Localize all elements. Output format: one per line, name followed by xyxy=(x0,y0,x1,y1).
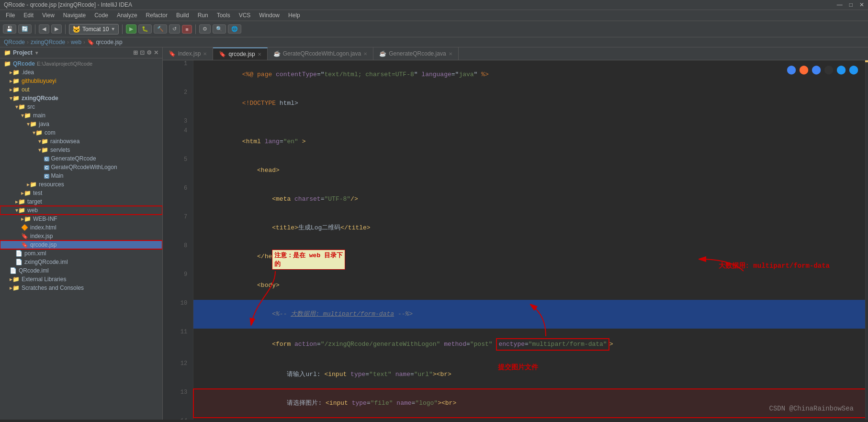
gear-icon[interactable]: ⚙ xyxy=(147,49,152,56)
line-content-2[interactable]: <!DOCTYPE html> xyxy=(193,89,868,118)
scroll-to-icon[interactable]: ⊡ xyxy=(140,49,145,56)
close-btn[interactable]: ✕ xyxy=(859,1,864,8)
tab-generate-close[interactable]: ✕ xyxy=(449,51,452,57)
stop-button[interactable]: ■ xyxy=(182,25,192,34)
menu-run[interactable]: Run xyxy=(194,11,212,20)
edge-icon[interactable]: ⬤ xyxy=(812,64,821,75)
tree-com[interactable]: ▾📁 com xyxy=(0,128,162,137)
tab-qrcode-jsp-close[interactable]: ✕ xyxy=(258,52,261,57)
tree-idea[interactable]: ▸📁 .idea xyxy=(0,68,162,77)
sync-button[interactable]: 🔄 xyxy=(18,24,32,34)
tree-java[interactable]: ▾📁 java xyxy=(0,120,162,128)
browser-icon-6[interactable]: ⬤ xyxy=(849,64,858,75)
line-content-3[interactable] xyxy=(193,118,868,127)
tree-main-class[interactable]: C Main xyxy=(0,171,162,180)
menu-refactor[interactable]: Refactor xyxy=(142,11,171,20)
tree-root[interactable]: 📁 QRcode E:\Java\project\QRcode xyxy=(0,59,162,68)
attr-type-file: type xyxy=(352,399,367,407)
tree-target[interactable]: ▸📁 target xyxy=(0,197,162,206)
menu-help[interactable]: Help xyxy=(284,11,304,20)
translate-button[interactable]: 🌐 xyxy=(228,24,241,34)
tree-scratches[interactable]: ▸📁 Scratches and Consoles xyxy=(0,284,162,292)
tree-rainbowsea[interactable]: ▾📁 rainbowsea xyxy=(0,137,162,146)
window-controls[interactable]: — □ ✕ xyxy=(837,1,864,8)
sidebar-dropdown-icon[interactable]: ▼ xyxy=(34,50,39,56)
annotation-submit: 提交图片文件 xyxy=(498,363,538,372)
menu-navigate[interactable]: Navigate xyxy=(59,11,90,20)
line-content-7[interactable]: <title>生成Log二维码</title> xyxy=(193,214,868,242)
collapse-all-icon[interactable]: ⊞ xyxy=(133,49,138,56)
menu-tools[interactable]: Tools xyxy=(213,11,234,20)
tree-zxing-iml[interactable]: 📄 zxingQRcode.iml xyxy=(0,258,162,266)
tree-qrcode-iml[interactable]: 📄 QRcode.iml xyxy=(0,266,162,275)
search-button[interactable]: 🔍 xyxy=(213,24,226,34)
tree-pom-xml[interactable]: 📄 pom.xml xyxy=(0,249,162,258)
tree-index-jsp[interactable]: 🔖 index.jsp xyxy=(0,232,162,240)
tree-githubliuyueyi[interactable]: ▸📁 githubliuyueyi xyxy=(0,77,162,85)
tree-test[interactable]: ▸📁 test xyxy=(0,189,162,197)
line-content-6[interactable]: <meta charset="UTF-8"/> xyxy=(193,185,868,214)
menu-edit[interactable]: Edit xyxy=(20,11,37,20)
line-content-4[interactable]: <html lang="en" > xyxy=(193,127,868,156)
line-content-13[interactable]: 请选择图片: <input type="file" name="logo"><b… xyxy=(193,389,868,418)
maximize-btn[interactable]: □ xyxy=(849,1,853,8)
breadcrumb-qrcode[interactable]: QRcode xyxy=(4,39,25,46)
tomcat-dropdown[interactable]: 🐱 Tomcat 10 ▼ xyxy=(69,24,119,34)
tree-servlets[interactable]: ▾📁 servlets xyxy=(0,146,162,154)
code-editor[interactable]: ⬤ ⬤ ⬤ ⬤ ⬤ ⬤ 1 <%@ page contentType="text… xyxy=(163,60,868,420)
main-area: 📁 Project ▼ ⊞ ⊡ ⚙ ✕ 📁 QRcode E:\Java\pro… xyxy=(0,47,868,420)
tree-webinf[interactable]: ▸📁 WEB-INF xyxy=(0,215,162,223)
tree-generateQRcode[interactable]: C GenerateQRcode xyxy=(0,154,162,163)
tag-title-close: </title> xyxy=(340,224,370,231)
tree-gerateQRcodeWithLogon[interactable]: C GerateQRcodeWithLogon xyxy=(0,163,162,171)
line-content-9[interactable]: <body> xyxy=(193,271,868,300)
chrome-icon[interactable]: ⬤ xyxy=(787,64,796,75)
str-lang-en: "en" xyxy=(283,138,298,145)
menu-code[interactable]: Code xyxy=(90,11,112,20)
tree-web[interactable]: ▾📁 web xyxy=(0,206,162,215)
tab-index-jsp[interactable]: 🔖 index.jsp ✕ xyxy=(163,47,213,60)
menu-window[interactable]: Window xyxy=(255,11,283,20)
tab-index-jsp-close[interactable]: ✕ xyxy=(203,51,207,57)
tree-resources[interactable]: ▸📁 resources xyxy=(0,180,162,189)
tree-main[interactable]: ▾📁 main xyxy=(0,111,162,120)
line-content-14[interactable]: <input type="submit" value="生成带Logo的二维码"… xyxy=(193,418,868,420)
tab-gerate-java[interactable]: ☕ GerateQRcodeWithLogon.java ✕ xyxy=(268,47,373,60)
tree-out[interactable]: ▸📁 out xyxy=(0,85,162,94)
save-button[interactable]: 💾 xyxy=(3,24,16,34)
breadcrumb-zxing[interactable]: zxingQRcode xyxy=(31,39,65,46)
line-content-1[interactable]: <%@ page contentType="text/html; charset… xyxy=(193,60,868,89)
settings-button[interactable]: ⚙ xyxy=(199,24,211,34)
safari-icon[interactable]: ⬤ xyxy=(824,64,834,75)
firefox-icon[interactable]: ⬤ xyxy=(799,64,809,75)
menu-analyze[interactable]: Analyze xyxy=(113,11,141,20)
tree-zxingQRcode[interactable]: ▾📁 zxingQRcode xyxy=(0,94,162,103)
tree-qrcode-jsp[interactable]: 🔖 qrcode.jsp xyxy=(0,240,162,249)
line-content-5[interactable]: <head> xyxy=(193,156,868,185)
back-button[interactable]: ◀ xyxy=(39,24,49,34)
attr-name-logo: name xyxy=(396,399,411,407)
line-num-3: 3 xyxy=(163,118,193,127)
tree-com-label: com xyxy=(45,129,56,136)
rerun-button[interactable]: ↺ xyxy=(169,24,180,34)
debug-button[interactable]: 🐛 xyxy=(138,24,152,34)
close-sidebar-icon[interactable]: ✕ xyxy=(154,49,158,56)
tab-generate-java[interactable]: ☕ GenerateQRcode.java ✕ xyxy=(373,47,458,60)
tab-qrcode-jsp[interactable]: 🔖 qrcode.jsp ✕ xyxy=(213,47,267,60)
menu-build[interactable]: Build xyxy=(172,11,193,20)
forward-button[interactable]: ▶ xyxy=(51,24,62,34)
minimize-btn[interactable]: — xyxy=(837,1,843,8)
run-button[interactable]: ▶ xyxy=(126,24,136,34)
menu-file[interactable]: File xyxy=(2,11,19,20)
editor-area: 🔖 index.jsp ✕ 🔖 qrcode.jsp ✕ ☕ GerateQRc… xyxy=(163,47,868,420)
breadcrumb-web[interactable]: web xyxy=(71,39,81,46)
tab-gerate-close[interactable]: ✕ xyxy=(363,51,367,57)
xml-icon: 📄 xyxy=(15,259,23,265)
menu-vcs[interactable]: VCS xyxy=(235,11,255,20)
tree-src[interactable]: ▾📁 src xyxy=(0,103,162,111)
tree-index-html[interactable]: 🔶 index.html xyxy=(0,223,162,232)
menu-view[interactable]: View xyxy=(38,11,58,20)
ie-icon[interactable]: ⬤ xyxy=(836,64,846,75)
build-button[interactable]: 🔨 xyxy=(154,24,167,34)
tree-external-libs[interactable]: ▸📁 External Libraries xyxy=(0,275,162,284)
